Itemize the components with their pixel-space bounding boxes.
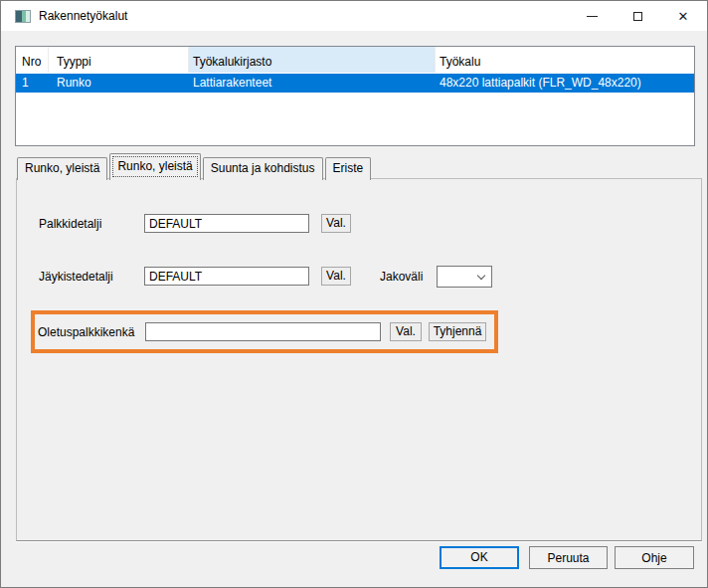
cell-tyyppi: Runko bbox=[57, 76, 189, 90]
palkkidetalji-label: Palkkidetalji bbox=[39, 217, 101, 231]
window-title: Rakennetyökalut bbox=[39, 9, 127, 23]
tab-suunta-ja-kohdistus[interactable]: Suunta ja kohdistus bbox=[203, 157, 323, 180]
oletuspalkkikenka-select-button[interactable]: Val. bbox=[390, 322, 422, 341]
tab-runko-yleista-1[interactable]: Runko, yleistä bbox=[17, 157, 107, 180]
ok-button[interactable]: OK bbox=[440, 546, 519, 569]
cell-tyokalukirjasto: Lattiarakenteet bbox=[193, 76, 436, 90]
jaykistedetalji-input[interactable] bbox=[144, 267, 309, 286]
app-icon bbox=[15, 10, 31, 23]
tab-strip: Runko, yleistä Runko, yleistä Suunta ja … bbox=[17, 153, 373, 180]
oletuspalkkikenka-input[interactable] bbox=[145, 322, 381, 341]
tab-eriste[interactable]: Eriste bbox=[325, 157, 372, 180]
jakovali-dropdown[interactable] bbox=[437, 266, 492, 288]
window-controls: ✕ bbox=[569, 2, 706, 30]
maximize-button[interactable] bbox=[615, 2, 660, 30]
palkkidetalji-input[interactable] bbox=[144, 214, 309, 233]
column-header-nro[interactable]: Nro bbox=[16, 47, 49, 73]
jakovali-label: Jakoväli bbox=[380, 270, 423, 284]
oletuspalkkikenka-clear-button[interactable]: Tyhjennä bbox=[429, 322, 486, 341]
cancel-button[interactable]: Peruuta bbox=[529, 546, 608, 569]
close-icon: ✕ bbox=[678, 10, 689, 23]
tool-list-table: Nro Tyyppi Työkalukirjasto Työkalu 1 Run… bbox=[15, 46, 695, 146]
palkkidetalji-select-button[interactable]: Val. bbox=[321, 214, 351, 233]
table-row-selected[interactable]: 1 Runko Lattiarakenteet 48x220 lattiapal… bbox=[16, 74, 694, 93]
dialog-window: Rakennetyökalut ✕ Nro Tyyppi Työkalukirj… bbox=[0, 0, 708, 588]
column-header-tyokalu[interactable]: Työkalu bbox=[436, 47, 694, 73]
cell-nro: 1 bbox=[22, 76, 49, 90]
cell-tyokalu: 48x220 lattiapalkit (FLR_WD_48x220) bbox=[440, 76, 694, 90]
jaykistedetalji-label: Jäykistedetalji bbox=[39, 270, 113, 284]
jaykistedetalji-select-button[interactable]: Val. bbox=[321, 267, 351, 286]
oletuspalkkikenka-label: Oletuspalkkikenkä bbox=[38, 325, 134, 339]
column-header-tyyppi[interactable]: Tyyppi bbox=[49, 47, 189, 73]
chevron-down-icon bbox=[477, 272, 485, 280]
column-header-tyokalukirjasto[interactable]: Työkalukirjasto bbox=[189, 47, 436, 73]
minimize-button[interactable] bbox=[569, 2, 615, 30]
close-button[interactable]: ✕ bbox=[660, 2, 706, 30]
tab-runko-yleista-2[interactable]: Runko, yleistä bbox=[109, 153, 200, 180]
minimize-icon bbox=[587, 16, 598, 17]
titlebar[interactable]: Rakennetyökalut ✕ bbox=[1, 1, 707, 31]
help-button[interactable]: Ohje bbox=[615, 546, 694, 569]
tab-page: Palkkidetalji Val. Jäykistedetalji Val. … bbox=[16, 178, 702, 541]
maximize-icon bbox=[633, 12, 642, 21]
